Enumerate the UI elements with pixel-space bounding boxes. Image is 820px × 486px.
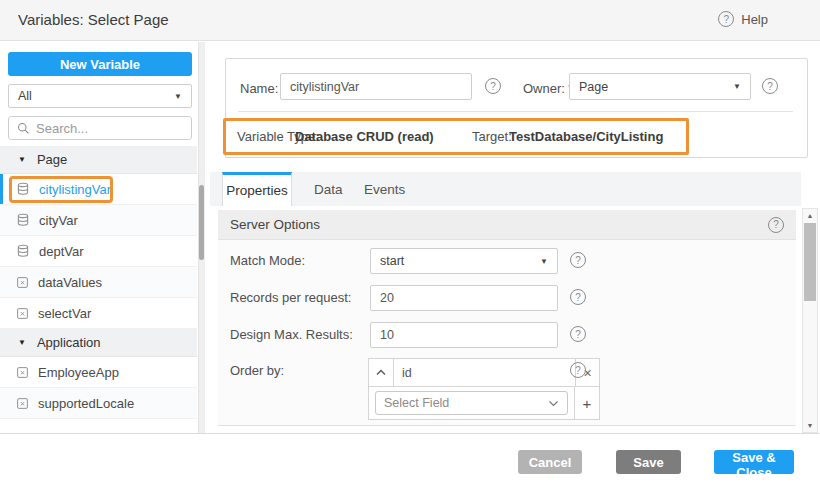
records-per-request-input[interactable] [370, 285, 558, 311]
panel-scrollbar[interactable]: ▲ ▼ [802, 208, 818, 433]
chevron-down-icon [548, 400, 559, 407]
sidebar-item-label: dataValues [38, 275, 102, 290]
help-icon[interactable]: ? [485, 78, 501, 94]
sidebar-scroll-thumb[interactable] [199, 185, 204, 260]
help-icon: ? [718, 11, 734, 27]
add-order-field-button[interactable]: + [575, 387, 599, 419]
target-value: TestDatabase/CityListing [509, 129, 663, 144]
dialog-footer: Cancel Save Save & Close [0, 433, 820, 486]
sidebar-item-selectVar[interactable]: selectVar [0, 298, 197, 329]
sidebar-item-label: deptVar [39, 244, 84, 259]
sidebar-item-label: supportedLocale [38, 396, 134, 411]
match-mode-label: Match Mode: [230, 253, 305, 268]
collapse-icon: ▼ [18, 338, 26, 347]
help-icon[interactable]: ? [570, 362, 586, 378]
chevron-up-icon [376, 369, 386, 376]
records-per-request-row: Records per request: ? [218, 285, 796, 311]
variable-detail-panel: Name:* ? Owner:* Page ▼ ? Variable Type:… [206, 42, 820, 433]
dialog-header: Variables: Select Page ? Help [0, 0, 820, 41]
variables-dialog: Variables: Select Page ? Help New Variab… [0, 0, 820, 486]
tab-bar: Properties Data Events [210, 172, 801, 206]
tree-section-page[interactable]: ▼ Page [0, 146, 197, 174]
target-label: Target: [472, 129, 512, 144]
tab-events[interactable]: Events [346, 172, 423, 206]
tree-section-application[interactable]: ▼ Application [0, 329, 197, 357]
help-icon[interactable]: ? [768, 217, 784, 233]
order-by-select-placeholder: Select Field [384, 396, 449, 410]
owner-select-value: Page [579, 80, 608, 94]
sidebar-item-citylistingVar[interactable]: citylistingVar [0, 174, 197, 205]
order-by-entry: id × [369, 359, 599, 387]
sidebar-item-supportedLocale[interactable]: supportedLocale [0, 388, 197, 419]
variable-filter-value: All [18, 89, 32, 103]
search-box [8, 116, 192, 140]
variable-filter-select[interactable]: All ▼ [8, 84, 192, 108]
order-by-field-value: id [394, 359, 575, 386]
server-options-panel: Server Options ? Match Mode: start ▼ ? R… [218, 210, 796, 426]
selected-indicator [0, 174, 3, 204]
design-max-results-row: Design Max. Results: ? [218, 322, 796, 348]
panel-scroll-thumb[interactable] [804, 223, 816, 301]
help-link[interactable]: ? Help [718, 11, 768, 27]
sidebar-scrollbar[interactable] [198, 42, 205, 433]
sidebar-item-deptVar[interactable]: deptVar [0, 236, 197, 267]
tree-section-label: Page [37, 152, 67, 167]
caret-down-icon: ▼ [540, 257, 548, 266]
design-max-results-input[interactable] [370, 322, 558, 348]
variables-tree: ▼ Page citylistingVar city [0, 146, 197, 419]
variable-summary-card: Name:* ? Owner:* Page ▼ ? Variable Type:… [225, 58, 808, 158]
database-variable-icon [16, 213, 30, 227]
help-icon[interactable]: ? [570, 252, 586, 268]
tree-section-label: Application [37, 335, 101, 350]
owner-label: Owner:* [523, 81, 573, 96]
help-icon[interactable]: ? [762, 78, 778, 94]
model-variable-icon [16, 307, 29, 320]
sidebar-item-EmployeeApp[interactable]: EmployeeApp [0, 357, 197, 388]
new-variable-button[interactable]: New Variable [8, 52, 192, 76]
order-by-add-row: Select Field + [369, 387, 599, 419]
name-input[interactable] [280, 73, 472, 100]
model-variable-icon [16, 366, 29, 379]
order-by-group: id × Select Field + [368, 358, 600, 420]
save-and-close-button[interactable]: Save & Close [714, 450, 794, 474]
search-icon [17, 122, 30, 135]
tab-properties[interactable]: Properties [222, 172, 292, 206]
model-variable-icon [16, 397, 29, 410]
match-mode-row: Match Mode: start ▼ ? [218, 248, 796, 274]
help-label: Help [741, 12, 768, 27]
match-mode-value: start [380, 254, 404, 268]
design-max-results-label: Design Max. Results: [230, 327, 353, 342]
collapse-icon: ▼ [18, 155, 26, 164]
records-per-request-label: Records per request: [230, 290, 351, 305]
database-variable-icon [16, 244, 30, 258]
save-button[interactable]: Save [616, 450, 681, 474]
model-variable-icon [16, 276, 29, 289]
match-mode-select[interactable]: start ▼ [370, 248, 558, 274]
owner-select[interactable]: Page ▼ [569, 73, 751, 100]
sidebar-item-cityVar[interactable]: cityVar [0, 205, 197, 236]
server-options-title: Server Options [230, 217, 320, 232]
page-title: Variables: Select Page [18, 11, 169, 28]
sidebar-item-label: EmployeeApp [38, 365, 119, 380]
scroll-up-icon[interactable]: ▲ [803, 212, 817, 219]
order-by-select-wrap: Select Field [369, 387, 575, 419]
sidebar-item-label: selectVar [38, 306, 91, 321]
help-icon[interactable]: ? [570, 326, 586, 342]
server-options-header: Server Options ? [218, 210, 796, 240]
sidebar-item-label: citylistingVar [39, 182, 111, 197]
sort-direction-button[interactable] [369, 359, 394, 386]
search-input[interactable] [36, 121, 183, 136]
sidebar-item-label: cityVar [39, 213, 78, 228]
card-divider [238, 111, 793, 112]
sidebar-item-dataValues[interactable]: dataValues [0, 267, 197, 298]
scroll-down-icon[interactable]: ▼ [803, 422, 817, 429]
caret-down-icon: ▼ [733, 82, 741, 91]
database-variable-icon [16, 182, 30, 196]
order-by-field-select[interactable]: Select Field [375, 391, 568, 415]
order-by-label: Order by: [230, 363, 284, 378]
caret-down-icon: ▼ [174, 92, 182, 101]
help-icon[interactable]: ? [570, 289, 586, 305]
variables-sidebar: New Variable All ▼ ▼ Page [0, 42, 205, 433]
cancel-button[interactable]: Cancel [518, 450, 582, 474]
variable-type-value: Database CRUD (read) [295, 129, 434, 144]
